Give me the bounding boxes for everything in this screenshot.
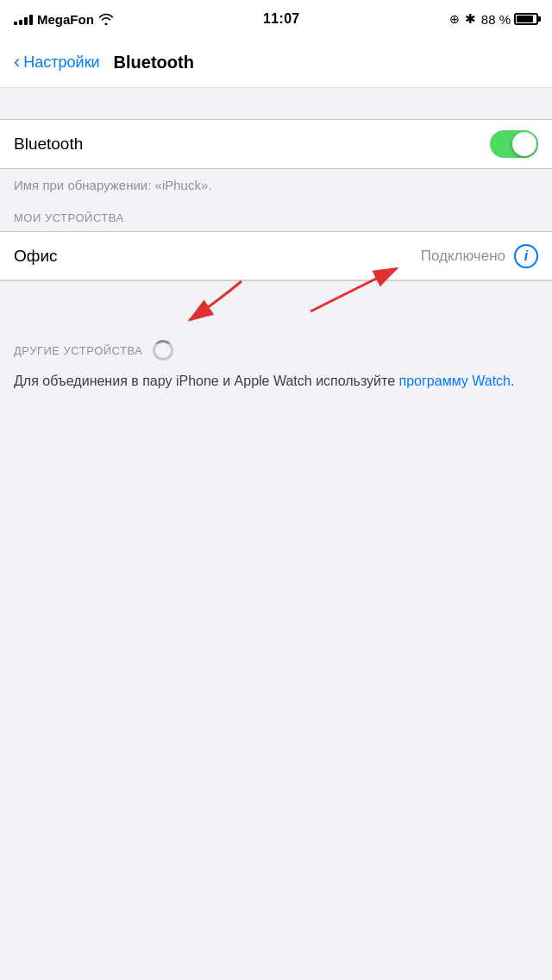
device-name: Офис (14, 247, 58, 266)
battery-fill (517, 16, 533, 22)
bluetooth-toggle[interactable] (490, 130, 538, 158)
wifi-icon (98, 13, 114, 25)
toggle-knob (512, 132, 536, 156)
description-text-before: Для объединения в пару iPhone и Apple Wa… (14, 374, 399, 388)
description-area: Для объединения в пару iPhone и Apple Wa… (0, 368, 552, 405)
status-left: MegaFon (14, 12, 114, 27)
back-label: Настройки (23, 53, 99, 72)
bluetooth-toggle-section: Bluetooth (0, 119, 552, 169)
page-title: Bluetooth (114, 53, 194, 72)
description-text-end: . (511, 374, 514, 388)
other-devices-label: ДРУГИЕ УСТРОЙСТВА (14, 344, 142, 357)
device-status-text: Подключено (421, 248, 505, 265)
bluetooth-label: Bluetooth (14, 135, 83, 154)
status-time: 11:07 (263, 11, 299, 27)
red-arrow-2 (172, 273, 345, 333)
section-gap-top (0, 88, 552, 119)
carrier-label: MegaFon (37, 12, 94, 27)
watch-app-link[interactable]: программу Watch (399, 374, 511, 388)
back-button[interactable]: ‹ Настройки (14, 53, 100, 72)
loading-spinner (153, 340, 173, 361)
background-fill (0, 405, 552, 837)
my-devices-section: Офис Подключено i (0, 231, 552, 281)
status-right: ⊕ ✱ 88 % (449, 11, 538, 27)
battery-percent: 88 % (481, 12, 511, 27)
device-status-area: Подключено i (421, 244, 538, 268)
other-devices-header-row: ДРУГИЕ УСТРОЙСТВА (0, 333, 552, 368)
arrow-gap (0, 281, 552, 333)
location-icon: ⊕ (449, 12, 460, 26)
nav-bar: ‹ Настройки Bluetooth (0, 38, 552, 88)
signal-icon (14, 13, 33, 25)
device-info-button[interactable]: i (514, 244, 538, 268)
bluetooth-status-icon: ✱ (465, 11, 476, 27)
back-chevron-icon: ‹ (14, 53, 20, 72)
discovery-text: Имя при обнаружении: «iPhuck». (0, 169, 552, 204)
status-bar: MegaFon 11:07 ⊕ ✱ 88 % (0, 0, 552, 38)
battery-icon (514, 13, 538, 25)
bluetooth-toggle-row: Bluetooth (0, 120, 552, 168)
my-devices-header: МОИ УСТРОЙСТВА (0, 204, 552, 231)
battery-container: 88 % (481, 12, 538, 27)
device-row: Офис Подключено i (0, 232, 552, 280)
